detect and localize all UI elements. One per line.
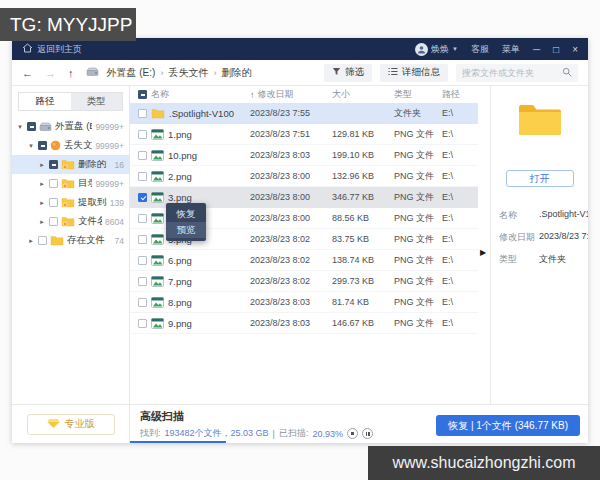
forward-arrow-button[interactable]: → xyxy=(45,67,56,79)
recover-button[interactable]: 恢复 | 1个文件 (346.77 KB) xyxy=(436,415,580,436)
table-row[interactable]: 9.png2023/8/23 8:03146.67 KBPNG 文件E:\ xyxy=(130,313,478,334)
table-row[interactable]: 7.png2023/8/23 8:02299.73 KBPNG 文件E:\ xyxy=(130,271,478,292)
status-divider: | xyxy=(273,429,275,439)
tree-item[interactable]: ▸提取到标签的139 xyxy=(12,193,129,212)
file-type-cell: PNG 文件 xyxy=(394,149,442,162)
file-type-cell: PNG 文件 xyxy=(394,128,442,141)
customer-service-button[interactable]: 客服 xyxy=(471,43,489,56)
maximize-button[interactable]: □ xyxy=(553,44,559,55)
found-value: 193482个文件，25.03 GB xyxy=(165,427,269,440)
open-button[interactable]: 打开 xyxy=(506,170,574,187)
table-row[interactable]: 1.png2023/8/23 7:51129.81 KBPNG 文件E:\ xyxy=(130,124,478,145)
select-all-checkbox[interactable] xyxy=(138,90,147,99)
tab-类型[interactable]: 类型 xyxy=(71,93,123,110)
header-type[interactable]: 类型 xyxy=(394,88,442,101)
tree-checkbox[interactable] xyxy=(27,122,36,131)
table-row[interactable]: 10.png2023/8/23 8:03199.10 KBPNG 文件E:\ xyxy=(130,145,478,166)
file-date-cell: 2023/8/23 8:02 xyxy=(250,234,332,244)
collapse-arrow-icon[interactable]: ▸ xyxy=(38,161,46,169)
breadcrumb-separator: › xyxy=(160,68,163,78)
tree-item-count: 8604 xyxy=(105,217,124,227)
context-menu-item[interactable]: 预览 xyxy=(166,222,206,238)
user-account-menu[interactable]: 焕焕 ▼ xyxy=(415,43,458,56)
row-checkbox[interactable] xyxy=(138,214,147,223)
details-view-button[interactable]: 详细信息 xyxy=(380,64,448,82)
folder-tree: ▾外置盘 (E:)99999+▾丢失文件99999+▸删除的16▸目录信息完整的… xyxy=(12,117,129,250)
tree-item-label: 文件名丢失的 xyxy=(78,215,102,228)
folder-icon xyxy=(61,197,75,208)
search-box[interactable] xyxy=(456,64,578,82)
tg-overlay: TG: MYYJJPP xyxy=(0,8,136,41)
breadcrumb-item[interactable]: 丢失文件 xyxy=(168,66,208,80)
file-name-cell: 10.png xyxy=(130,150,250,161)
breadcrumb-item[interactable]: 外置盘 (E:) xyxy=(107,66,156,80)
tree-item[interactable]: ▸删除的16 xyxy=(12,155,129,174)
tree-item[interactable]: ▾丢失文件99999+ xyxy=(12,136,129,155)
collapse-arrow-icon[interactable]: ▸ xyxy=(38,218,46,226)
table-row[interactable]: 8.png2023/8/23 8:0381.74 KBPNG 文件E:\ xyxy=(130,292,478,313)
pause-scan-button[interactable] xyxy=(362,428,373,439)
row-checkbox[interactable] xyxy=(138,109,147,118)
expand-arrow-icon[interactable]: ▾ xyxy=(27,142,35,150)
row-checkbox[interactable] xyxy=(138,319,147,328)
pro-version-button[interactable]: 专业版 xyxy=(27,414,115,435)
collapse-arrow-icon[interactable]: ▸ xyxy=(38,199,46,207)
row-checkbox[interactable] xyxy=(138,172,147,181)
row-checkbox[interactable] xyxy=(138,151,147,160)
collapse-arrow-icon[interactable]: ▸ xyxy=(27,237,35,245)
tab-路径[interactable]: 路径 xyxy=(19,93,71,110)
breadcrumb-item[interactable]: 删除的 xyxy=(221,66,251,80)
tree-checkbox[interactable] xyxy=(38,236,47,245)
back-arrow-button[interactable]: ← xyxy=(22,67,33,79)
username: 焕焕 xyxy=(431,43,449,56)
lost-files-icon xyxy=(50,140,61,151)
tree-checkbox[interactable] xyxy=(49,179,58,188)
row-checkbox[interactable] xyxy=(138,130,147,139)
close-button[interactable]: × xyxy=(572,44,578,55)
table-row[interactable]: .Spotlight-V1002023/8/23 7:55文件夹E:\ xyxy=(130,103,478,124)
collapse-arrow-icon[interactable]: ▸ xyxy=(38,180,46,188)
tree-checkbox[interactable] xyxy=(49,160,58,169)
file-date-cell: 2023/8/23 8:00 xyxy=(250,171,332,181)
image-file-icon xyxy=(151,171,164,182)
up-arrow-button[interactable]: ↑ xyxy=(68,67,74,79)
tree-item[interactable]: ▸文件名丢失的8604 xyxy=(12,212,129,231)
folder-icon xyxy=(50,235,64,246)
file-size-cell: 138.74 KB xyxy=(332,255,394,265)
expand-arrow-icon[interactable]: ▾ xyxy=(16,123,24,131)
file-path-cell: E:\ xyxy=(442,192,478,202)
header-path[interactable]: 路径 xyxy=(442,88,478,101)
filter-button[interactable]: 筛选 xyxy=(324,64,372,82)
back-to-home-button[interactable]: 返回到主页 xyxy=(22,43,82,56)
file-name: 3.png xyxy=(168,192,192,203)
file-name: .Spotlight-V100 xyxy=(169,108,234,119)
header-date[interactable]: 修改日期 xyxy=(258,88,294,101)
folder-icon xyxy=(61,159,75,170)
row-checkbox[interactable] xyxy=(138,235,147,244)
minimize-button[interactable]: ─ xyxy=(533,44,540,55)
context-menu-item[interactable]: 恢复 xyxy=(166,206,206,222)
tree-checkbox[interactable] xyxy=(49,217,58,226)
table-row[interactable]: 2.png2023/8/23 8:00132.96 KBPNG 文件E:\ xyxy=(130,166,478,187)
scanned-value: 20.93% xyxy=(312,429,343,439)
row-checkbox[interactable] xyxy=(138,277,147,286)
tree-checkbox[interactable] xyxy=(38,141,47,150)
search-input[interactable] xyxy=(462,68,562,78)
menu-button[interactable]: 菜单 xyxy=(502,43,520,56)
image-file-icon xyxy=(151,213,164,224)
preview-field-label: 名称 xyxy=(499,209,539,222)
stop-scan-button[interactable] xyxy=(347,428,358,439)
header-size[interactable]: 大小 xyxy=(332,88,394,101)
file-date-cell: 2023/8/23 8:03 xyxy=(250,150,332,160)
tree-item[interactable]: ▾外置盘 (E:)99999+ xyxy=(12,117,129,136)
panel-collapse-arrow-icon[interactable]: ▶ xyxy=(480,248,486,257)
row-checkbox[interactable] xyxy=(138,298,147,307)
tree-item[interactable]: ▸存在文件74 xyxy=(12,231,129,250)
table-row[interactable]: 6.png2023/8/23 8:02138.74 KBPNG 文件E:\ xyxy=(130,250,478,271)
header-name[interactable]: 名称 xyxy=(151,88,169,101)
row-checkbox[interactable] xyxy=(138,256,147,265)
tree-checkbox[interactable] xyxy=(49,198,58,207)
tree-item[interactable]: ▸目录信息完整的99999+ xyxy=(12,174,129,193)
row-checkbox[interactable] xyxy=(138,193,147,202)
sort-ascending-icon[interactable]: ↑ xyxy=(250,90,255,100)
